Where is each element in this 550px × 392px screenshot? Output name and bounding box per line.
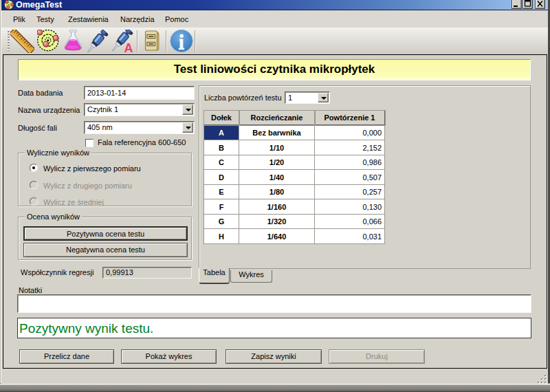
svg-text:A: A [124, 41, 133, 53]
